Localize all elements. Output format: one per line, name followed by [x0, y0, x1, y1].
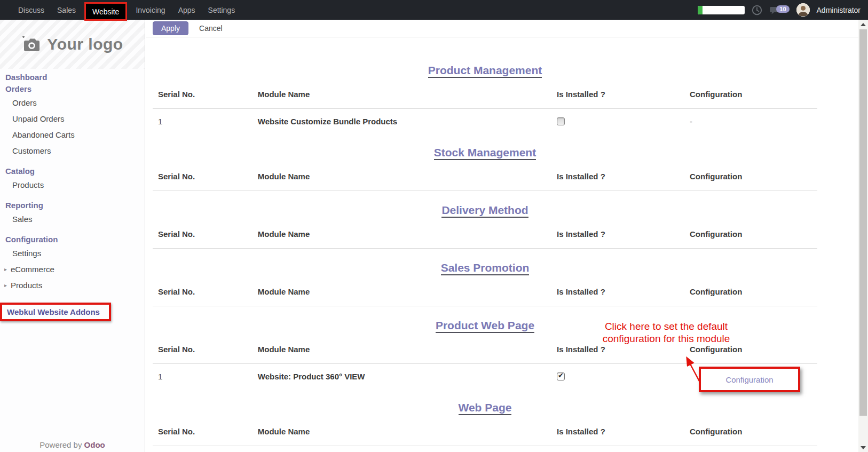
- sidebar-item-orders[interactable]: Orders: [0, 94, 145, 110]
- cancel-button[interactable]: Cancel: [194, 22, 228, 35]
- annotation-arrow-icon: [680, 353, 705, 385]
- column-header: Serial No.: [153, 220, 252, 248]
- expand-caret-icon[interactable]: ▸: [4, 282, 7, 288]
- module-name-cell: Website Customize Bundle Products: [252, 109, 551, 133]
- column-header: Serial No.: [153, 335, 252, 363]
- top-navbar: DiscussSalesWebsiteInvoicingAppsSettings…: [0, 0, 868, 20]
- is-installed-cell: [551, 364, 684, 388]
- navbar-item-website[interactable]: Website: [84, 2, 127, 21]
- app-menu: DiscussSalesWebsiteInvoicingAppsSettings: [12, 0, 241, 20]
- sidebar-label: Orders: [5, 84, 31, 93]
- expand-caret-icon[interactable]: ▸: [4, 266, 7, 272]
- column-header: Configuration: [684, 417, 817, 446]
- powered-by: Powered by Odoo: [0, 440, 145, 449]
- column-header: Module Name: [252, 335, 551, 363]
- annotation-line: Click here to set the default: [586, 320, 746, 332]
- column-header: Is Installed ?: [551, 220, 684, 248]
- progress-fill: [698, 6, 703, 14]
- sidebar-item-products[interactable]: Products: [0, 177, 145, 193]
- module-name-cell: Website: Product 360° VIEW: [252, 364, 551, 388]
- column-header: Module Name: [252, 277, 551, 306]
- camera-icon: [21, 36, 41, 53]
- sidebar-section-orders: Orders: [0, 83, 145, 94]
- column-header: Module Name: [252, 80, 551, 108]
- section-title-link[interactable]: Stock Management: [434, 146, 536, 160]
- column-header: Configuration: [684, 220, 817, 248]
- your-logo[interactable]: Your logo: [0, 20, 145, 69]
- module-section-web-page: Web PageSerial No.Module NameIs Installe…: [153, 401, 817, 446]
- navbar-right-widgets: 10 Administrator: [698, 3, 868, 17]
- sidebar-item-sales[interactable]: Sales: [0, 211, 145, 227]
- navbar-item-sales[interactable]: Sales: [51, 0, 82, 20]
- column-header: Module Name: [252, 220, 551, 248]
- powered-by-text: Powered by: [40, 440, 82, 449]
- sidebar-item-products[interactable]: ▸Products: [0, 277, 145, 293]
- column-header: Is Installed ?: [551, 162, 684, 191]
- section-title-link[interactable]: Sales Promotion: [441, 261, 530, 275]
- section-title-link[interactable]: Product Management: [428, 64, 542, 78]
- sidebar-item-customers[interactable]: Customers: [0, 142, 145, 158]
- sidebar-section-reporting: Reporting: [0, 199, 145, 211]
- column-header: Is Installed ?: [551, 277, 684, 306]
- is-installed-checkbox[interactable]: [557, 372, 565, 380]
- navbar-item-settings[interactable]: Settings: [202, 0, 242, 20]
- odoo-brand-link[interactable]: Odoo: [84, 440, 105, 449]
- clock-icon[interactable]: [752, 5, 762, 15]
- section-title-link[interactable]: Web Page: [459, 401, 512, 415]
- sidebar-section-webkul-website-addons[interactable]: Webkul Website Addons: [0, 303, 111, 321]
- module-config-sheet: Product ManagementSerial No.Module NameI…: [153, 37, 817, 446]
- table-row: 1Website: Product 360° VIEWConfiguration: [153, 364, 817, 388]
- user-menu[interactable]: Administrator: [817, 6, 861, 14]
- sidebar-section-catalog: Catalog: [0, 165, 145, 177]
- is-installed-checkbox[interactable]: [557, 117, 565, 125]
- column-header: Serial No.: [153, 417, 252, 446]
- sidebar-item-ecommerce[interactable]: ▸eCommerce: [0, 261, 145, 277]
- table-header-row: Serial No.Module NameIs Installed ?Confi…: [153, 417, 817, 446]
- sidebar-item-abandoned-carts[interactable]: Abandoned Carts: [0, 126, 145, 142]
- sidebar-item-unpaid-orders[interactable]: Unpaid Orders: [0, 110, 145, 126]
- column-header: Module Name: [252, 417, 551, 446]
- navbar-item-discuss[interactable]: Discuss: [12, 0, 51, 20]
- sidebar-label: Unpaid Orders: [12, 114, 65, 123]
- navbar-item-invoicing[interactable]: Invoicing: [129, 0, 171, 20]
- column-header: Is Installed ?: [551, 80, 684, 108]
- apply-button[interactable]: Apply: [153, 21, 188, 35]
- sidebar-label: Webkul Website Addons: [7, 307, 100, 316]
- sidebar-label: Settings: [12, 249, 41, 258]
- scroll-up-button[interactable]: [858, 20, 868, 29]
- module-section-product-web-page: Product Web PageSerial No.Module NameIs …: [153, 319, 817, 388]
- configuration-value: -: [690, 117, 692, 126]
- sidebar-section-dashboard: Dashboard: [0, 71, 145, 83]
- sidebar-item-settings[interactable]: Settings: [0, 245, 145, 261]
- message-count-badge: 10: [776, 5, 789, 13]
- section-title-link[interactable]: Delivery Method: [441, 204, 528, 218]
- configuration-link[interactable]: Configuration: [725, 375, 773, 384]
- subscription-progress-bar[interactable]: [698, 6, 745, 14]
- messages-menu[interactable]: 10: [769, 5, 790, 15]
- avatar[interactable]: [796, 3, 810, 17]
- sidebar-label: Products: [11, 281, 42, 290]
- table-row: 1Website Customize Bundle Products-: [153, 109, 817, 133]
- sidebar-label: Dashboard: [5, 73, 47, 82]
- table-header-row: Serial No.Module NameIs Installed ?Confi…: [153, 162, 817, 191]
- column-header: Configuration: [684, 277, 817, 306]
- sidebar-label: eCommerce: [11, 265, 54, 274]
- scroll-down-button[interactable]: [858, 443, 868, 452]
- configuration-cell: -: [684, 109, 817, 133]
- column-header: Serial No.: [153, 277, 252, 306]
- table-header-row: Serial No.Module NameIs Installed ?Confi…: [153, 277, 817, 306]
- sidebar-label: Products: [12, 180, 44, 189]
- annotation-text: Click here to set the defaultconfigurati…: [586, 320, 746, 345]
- serial-cell: 1: [153, 109, 252, 133]
- scrollbar-thumb[interactable]: [859, 29, 867, 416]
- module-section-product-management: Product ManagementSerial No.Module NameI…: [153, 64, 817, 133]
- website-sidebar: Your logo DashboardOrdersOrdersUnpaid Or…: [0, 20, 145, 452]
- section-title-link[interactable]: Product Web Page: [436, 319, 534, 333]
- sidebar-nav: DashboardOrdersOrdersUnpaid OrdersAbando…: [0, 71, 145, 321]
- sidebar-label: Reporting: [5, 201, 43, 210]
- navbar-item-apps[interactable]: Apps: [172, 0, 202, 20]
- sidebar-section-configuration: Configuration: [0, 233, 145, 245]
- column-header: Serial No.: [153, 80, 252, 108]
- column-header: Serial No.: [153, 162, 252, 191]
- sidebar-label: Abandoned Carts: [12, 130, 75, 139]
